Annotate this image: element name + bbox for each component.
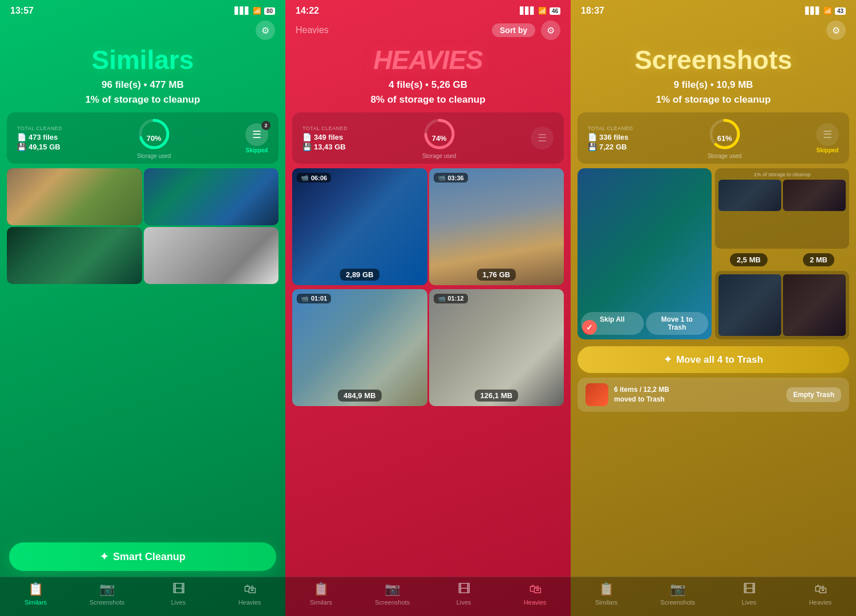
tab-similars-3[interactable]: 📋 Similars [571, 582, 642, 606]
tab-icon-liv-2: 🎞 [458, 582, 470, 597]
wifi-icon-2: 📶 [538, 7, 547, 15]
tab-heavies-1[interactable]: 🛍 Heavies [214, 582, 285, 606]
stats-size-3: 💾 7,22 GB [588, 143, 633, 151]
hero-sub1-2: 4 file(s) • 5,26 GB [297, 78, 559, 92]
battery-3: 43 [835, 7, 846, 15]
storage-percent-2: 74% [432, 134, 447, 143]
battery-2: 46 [550, 7, 560, 15]
status-time-2: 14:22 [296, 6, 319, 16]
dialog-1[interactable] [718, 274, 781, 336]
screenshot-right: 1% of storage to cleanup 2,5 MB 2 MB [715, 168, 849, 339]
video-grid-2: 📹 06:06 2,89 GB 📹 03:36 1,76 GB 📹 01:01 … [292, 168, 564, 408]
video-cell-fog[interactable]: 📹 01:12 126,1 MB [429, 289, 564, 406]
grid-cell-pelican[interactable] [144, 227, 279, 284]
wifi-icon-3: 📶 [823, 7, 832, 15]
skipped-label-1: Skipped [246, 147, 268, 153]
tab-heavies-3[interactable]: 🛍 Heavies [785, 582, 856, 606]
stats-row-3: TOTAL CLEANED 📄 336 files 💾 7,22 GB 61% … [578, 112, 849, 164]
hero-sub2-2: 8% of storage to cleanup [297, 92, 559, 107]
status-bar-3: 18:37 ▋▋▋ 📶 43 [571, 0, 856, 18]
sub-img-1[interactable] [718, 180, 781, 211]
tab-label-hev-2: Heavies [524, 599, 547, 606]
dialog-2[interactable] [783, 274, 846, 336]
tab-similars-2[interactable]: 📋 Similars [285, 582, 357, 606]
gear-button-3[interactable]: ⚙ [826, 21, 846, 40]
tab-lives-2[interactable]: 🎞 Lives [428, 582, 499, 606]
hero-sub1-3: 9 file(s) • 10,9 MB [582, 78, 845, 92]
top-nav-3: ⚙ [571, 18, 856, 43]
hero-sub2-3: 1% of storage to cleanup [582, 92, 845, 107]
tab-label-lives-1: Lives [171, 599, 186, 606]
app-dialogs [715, 271, 849, 339]
status-bar-1: 13:57 ▋▋▋ 📶 80 [0, 0, 285, 18]
storage-percent-3: 61% [717, 134, 732, 143]
battery-1: 80 [264, 7, 275, 15]
sort-by-button[interactable]: Sort by [492, 23, 535, 37]
tab-label-liv-3: Lives [742, 599, 757, 606]
tab-icon-liv-3: 🎞 [743, 582, 756, 597]
list-button-2[interactable]: ☰ [531, 127, 554, 149]
move-all-star: ✦ [664, 354, 672, 366]
grid-cell-windmill[interactable] [7, 168, 142, 225]
grid-cell-fish1[interactable] [144, 168, 279, 225]
stats-row-2: TOTAL CLEANED 📄 349 files 💾 13,43 GB 74%… [292, 112, 564, 164]
wifi-icon-1: 📶 [253, 7, 261, 15]
skipped-label-3: Skipped [817, 147, 839, 153]
stats-row-1: TOTAL CLEANED 📄 473 files 💾 49,15 GB 70%… [7, 112, 278, 164]
hero-3: Screenshots 9 file(s) • 10,9 MB 1% of st… [571, 43, 856, 112]
skipped-button-1[interactable]: ☰ 2 [245, 123, 268, 146]
sub-screenshot-panel: 1% of storage to cleanup [715, 168, 849, 249]
tab-similars-1[interactable]: 📋 Similars [0, 582, 71, 606]
skip-all-button[interactable]: Skip All [581, 312, 644, 335]
tab-lives-1[interactable]: 🎞 Lives [143, 582, 214, 606]
tab-icon-sim-2: 📋 [313, 582, 329, 597]
hero-2: HEAVIES 4 file(s) • 5,26 GB 8% of storag… [285, 43, 571, 112]
tab-lives-3[interactable]: 🎞 Lives [713, 582, 785, 606]
tab-heavies-2[interactable]: 🛍 Heavies [499, 582, 571, 606]
move-to-trash-button[interactable]: Move 1 to Trash [646, 312, 709, 335]
smart-cleanup-button-1[interactable]: ✦ Smart Cleanup [9, 542, 276, 571]
hero-1: Similars 96 file(s) • 477 MB 1% of stora… [0, 43, 285, 112]
video-badge-3: 📹 01:12 [434, 294, 468, 303]
gear-button-2[interactable]: ⚙ [541, 21, 560, 40]
signal-icon-1: ▋▋▋ [235, 7, 250, 15]
tab-screenshots-3[interactable]: 📷 Screenshots [642, 582, 713, 606]
tab-label-scr-3: Screenshots [660, 599, 695, 606]
stats-files-1: 📄 473 files [17, 133, 62, 141]
tab-screenshots-2[interactable]: 📷 Screenshots [357, 582, 428, 606]
gear-button-1[interactable]: ⚙ [256, 21, 275, 40]
tab-label-hev-3: Heavies [809, 599, 832, 606]
size-badge-3: 126,1 MB [475, 390, 518, 402]
video-cell-harbor[interactable]: 📹 01:01 484,9 MB [292, 289, 427, 406]
tab-icon-hev-3: 🛍 [814, 582, 827, 597]
hero-title-2: HEAVIES [297, 47, 559, 73]
size-pill-2: 2 MB [803, 253, 834, 266]
panel-similars: 13:57 ▋▋▋ 📶 80 ⚙ Similars 96 file(s) • 4… [0, 0, 285, 616]
tab-icon-lives-1: 🎞 [172, 582, 185, 597]
tab-label-similars-1: Similars [25, 599, 47, 606]
move-all-to-trash-button[interactable]: ✦ Move all 4 to Trash [578, 346, 849, 373]
trash-text: 6 items / 12,2 MB moved to Trash [614, 385, 781, 404]
tab-icon-scr-3: 📷 [670, 582, 685, 597]
top-nav-1: ⚙ [0, 18, 285, 43]
stats-left-3: TOTAL CLEANED 📄 336 files 💾 7,22 GB [588, 125, 633, 151]
tab-screenshots-1[interactable]: 📷 Screenshots [71, 582, 143, 606]
trash-notification: 6 items / 12,2 MB moved to Trash Empty T… [578, 378, 849, 412]
empty-trash-button[interactable]: Empty Trash [786, 387, 841, 402]
tab-icon-hev-2: 🛍 [529, 582, 542, 597]
sub-grid [718, 180, 846, 211]
tab-bar-2: 📋 Similars 📷 Screenshots 🎞 Lives 🛍 Heavi… [285, 577, 571, 616]
signal-icon-2: ▋▋▋ [520, 7, 535, 15]
status-time-1: 13:57 [10, 6, 34, 16]
grid-cell-coral[interactable] [7, 227, 142, 284]
video-cell-cathedral[interactable]: 📹 03:36 1,76 GB [429, 168, 564, 285]
dialog-grid [718, 274, 846, 336]
sub-img-2[interactable] [783, 180, 846, 211]
tab-icon-screenshots-1: 📷 [99, 582, 115, 597]
stats-files-3: 📄 336 files [588, 133, 633, 141]
hero-sub1-1: 96 file(s) • 477 MB [11, 78, 274, 92]
stats-left-1: TOTAL CLEANED 📄 473 files 💾 49,15 GB [17, 125, 62, 151]
screenshot-main[interactable]: ✓ Skip All Move 1 to Trash [578, 168, 712, 339]
video-cell-underwater[interactable]: 📹 06:06 2,89 GB [292, 168, 427, 285]
skipped-button-3[interactable]: ☰ [816, 123, 839, 146]
